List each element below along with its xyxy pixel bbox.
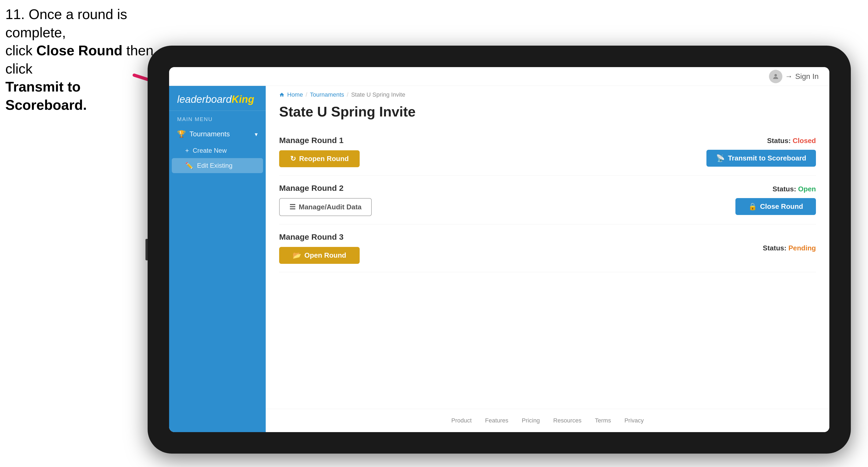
audit-icon: ☰ — [289, 203, 296, 211]
instruction-line2: click Close Round then click — [5, 41, 161, 78]
sign-in-button[interactable]: → Sign In — [769, 70, 818, 83]
rounds-container: Manage Round 1 ↻ Reopen Round Status: Cl… — [266, 128, 829, 409]
footer: Product Features Pricing Resources Terms… — [266, 409, 829, 432]
trophy-icon: 🏆 — [177, 130, 186, 138]
sidebar-item-edit-existing[interactable]: ✏️ Edit Existing — [172, 158, 263, 173]
round-3-section: Manage Round 3 📂 Open Round Status: Pend… — [279, 224, 816, 272]
logo: leaderboardKing — [177, 94, 258, 105]
close-round-label: Close Round — [760, 203, 803, 211]
edit-icon: ✏️ — [185, 162, 193, 169]
sidebar-item-tournaments-left: 🏆 Tournaments — [177, 130, 230, 138]
reopen-icon: ↻ — [290, 155, 296, 163]
svg-point-2 — [774, 74, 777, 76]
transmit-scoreboard-button[interactable]: 📡 Transmit to Scoreboard — [706, 150, 816, 167]
breadcrumb-current: State U Spring Invite — [351, 91, 405, 98]
tablet-frame: → Sign In leaderboardKing MAIN MENU 🏆 To… — [148, 45, 851, 454]
main-layout: leaderboardKing MAIN MENU 🏆 Tournaments … — [169, 86, 829, 432]
breadcrumb: Home / Tournaments / State U Spring Invi… — [266, 86, 829, 101]
round-2-right: Status: Open 🔒 Close Round — [736, 185, 816, 215]
round-3-right: Status: Pending — [763, 244, 816, 252]
open-icon: 📂 — [292, 251, 301, 259]
footer-privacy[interactable]: Privacy — [624, 417, 644, 424]
plus-icon: + — [185, 147, 189, 154]
main-menu-label: MAIN MENU — [169, 111, 266, 125]
reopen-round-label: Reopen Round — [299, 155, 349, 163]
logo-king: King — [231, 94, 254, 105]
open-round-label: Open Round — [304, 251, 346, 259]
sign-in-label: → — [785, 72, 793, 81]
transmit-label: Transmit to Scoreboard — [728, 154, 806, 162]
close-round-button[interactable]: 🔒 Close Round — [736, 198, 816, 215]
instruction-line3: Transmit to Scoreboard. — [5, 78, 161, 114]
edit-existing-label: Edit Existing — [197, 162, 232, 169]
footer-terms[interactable]: Terms — [595, 417, 611, 424]
round-2-section: Manage Round 2 ☰ Manage/Audit Data Statu… — [279, 176, 816, 224]
instruction-text: 11. Once a round is complete, click Clos… — [5, 5, 161, 114]
round-2-status: Status: Open — [772, 185, 816, 193]
page-title: State U Spring Invite — [266, 101, 829, 128]
round-3-status: Status: Pending — [763, 244, 816, 252]
manage-audit-button[interactable]: ☰ Manage/Audit Data — [279, 198, 372, 216]
logo-leaderboard: leaderboard — [177, 94, 231, 105]
sidebar-item-tournaments[interactable]: 🏆 Tournaments — [169, 125, 266, 143]
footer-pricing[interactable]: Pricing — [522, 417, 540, 424]
sidebar: leaderboardKing MAIN MENU 🏆 Tournaments … — [169, 86, 266, 432]
round-1-status-value: Closed — [793, 136, 816, 145]
round-1-section: Manage Round 1 ↻ Reopen Round Status: Cl… — [279, 128, 816, 176]
breadcrumb-sep1: / — [306, 91, 307, 98]
create-new-label: Create New — [193, 147, 227, 154]
round-3-left: Manage Round 3 📂 Open Round — [279, 232, 360, 264]
footer-features[interactable]: Features — [485, 417, 508, 424]
breadcrumb-tournaments[interactable]: Tournaments — [310, 91, 344, 98]
round-2-status-value: Open — [798, 185, 816, 193]
tournaments-label: Tournaments — [189, 130, 230, 138]
content-area: Home / Tournaments / State U Spring Invi… — [266, 86, 829, 432]
instruction-line1: 11. Once a round is complete, — [5, 5, 161, 41]
footer-resources[interactable]: Resources — [553, 417, 581, 424]
open-round-button[interactable]: 📂 Open Round — [279, 247, 360, 264]
tablet-side-button — [146, 239, 148, 260]
home-icon — [279, 92, 284, 97]
close-icon: 🔒 — [748, 203, 757, 211]
chevron-down-icon — [255, 130, 258, 138]
tablet-screen: → Sign In leaderboardKing MAIN MENU 🏆 To… — [169, 67, 829, 432]
logo-area: leaderboardKing — [169, 86, 266, 111]
breadcrumb-home[interactable]: Home — [287, 91, 303, 98]
footer-product[interactable]: Product — [451, 417, 472, 424]
breadcrumb-sep2: / — [347, 91, 348, 98]
reopen-round-button[interactable]: ↻ Reopen Round — [279, 150, 360, 167]
round-1-left: Manage Round 1 ↻ Reopen Round — [279, 136, 360, 167]
round-2-left: Manage Round 2 ☰ Manage/Audit Data — [279, 184, 372, 216]
round-1-title: Manage Round 1 — [279, 136, 360, 145]
round-1-status: Status: Closed — [767, 136, 816, 145]
round-3-status-value: Pending — [788, 244, 816, 252]
manage-audit-label: Manage/Audit Data — [299, 203, 362, 211]
sidebar-item-create-new[interactable]: + Create New — [169, 143, 266, 158]
round-3-title: Manage Round 3 — [279, 232, 360, 242]
transmit-icon: 📡 — [716, 154, 725, 162]
sign-in-text: Sign In — [795, 72, 818, 81]
round-2-title: Manage Round 2 — [279, 184, 372, 193]
avatar — [769, 70, 782, 83]
round-1-right: Status: Closed 📡 Transmit to Scoreboard — [706, 136, 816, 167]
top-bar: → Sign In — [169, 67, 829, 86]
